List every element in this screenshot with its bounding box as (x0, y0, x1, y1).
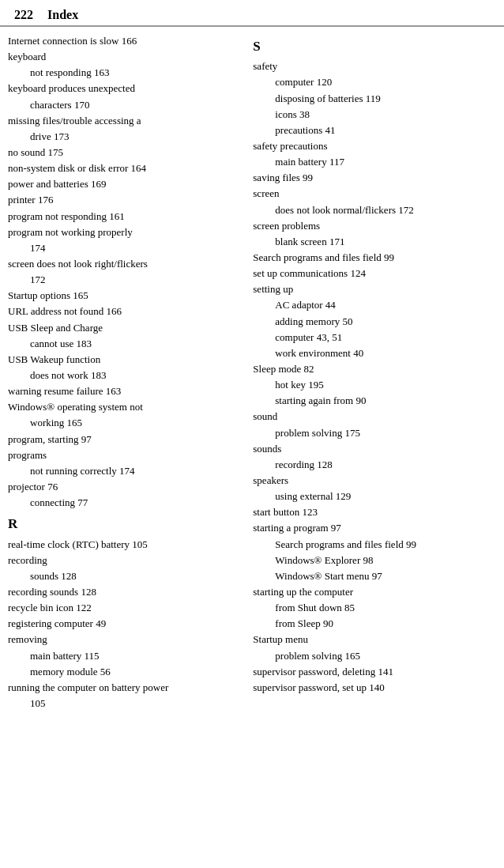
index-entry-sub: recording 128 (253, 457, 496, 473)
index-entry-sub: 172 (8, 272, 237, 288)
index-entry-sub: problem solving 165 (253, 648, 496, 664)
index-entry-main: Internet connection is slow 166 (8, 33, 237, 49)
index-entry-main: set up communications 124 (253, 266, 496, 281)
index-entry-main: saving files 99 (253, 170, 496, 186)
index-entry-main: screen (253, 186, 496, 202)
page-header: 222 Index (0, 0, 504, 27)
index-entry-sub: adding memory 50 (253, 314, 496, 330)
index-entry-main: Sleep mode 82 (253, 361, 496, 377)
index-entry-main: URL address not found 166 (8, 304, 237, 319)
index-entry-main: USB Wakeup function (8, 352, 237, 368)
index-entry-sub: blank screen 171 (253, 234, 496, 250)
index-entry-main: USB Sleep and Charge (8, 320, 237, 336)
index-entry-main: printer 176 (8, 192, 237, 208)
index-entry-sub: disposing of batteries 119 (253, 91, 496, 107)
section-heading: R (8, 514, 237, 534)
index-entry-sub: computer 120 (253, 74, 496, 90)
index-entry-main: no sound 175 (8, 145, 237, 160)
index-entry-main: supervisor password, deleting 141 (253, 664, 496, 680)
index-entry-main: keyboard (8, 49, 237, 65)
index-entry-sub: hot key 195 (253, 377, 496, 393)
index-entry-main: screen problems (253, 218, 496, 234)
index-entry-sub: not running correctly 174 (8, 463, 237, 479)
page: 222 Index Internet connection is slow 16… (0, 0, 504, 868)
index-entry-sub: from Sleep 90 (253, 616, 496, 632)
index-entry-sub: icons 38 (253, 107, 496, 123)
index-entry-sub: main battery 117 (253, 154, 496, 170)
index-entry-main: program not working properly (8, 225, 237, 240)
index-entry-main: registering computer 49 (8, 616, 237, 632)
index-entry-sub: work environment 40 (253, 345, 496, 361)
index-entry-main: warning resume failure 163 (8, 383, 237, 399)
index-entry-sub: Windows® Explorer 98 (253, 553, 496, 568)
index-entry-main: screen does not look right/flickers (8, 256, 237, 272)
index-entry-main: programs (8, 447, 237, 463)
index-entry-main: recycle bin icon 122 (8, 600, 237, 616)
index-entry-main: running the computer on battery power (8, 680, 237, 696)
content-area: Internet connection is slow 166keyboardn… (0, 33, 504, 719)
index-entry-main: Search programs and files field 99 (253, 250, 496, 266)
index-entry-main: Startup menu (253, 632, 496, 647)
index-entry-main: power and batteries 169 (8, 176, 237, 192)
index-entry-main: missing files/trouble accessing a (8, 113, 237, 129)
index-entry-main: recording sounds 128 (8, 584, 237, 600)
right-column: Ssafetycomputer 120disposing of batterie… (245, 33, 496, 711)
index-entry-sub: does not work 183 (8, 368, 237, 383)
index-entry-sub: Search programs and files field 99 (253, 537, 496, 553)
index-entry-sub: Windows® Start menu 97 (253, 568, 496, 584)
index-entry-sub: problem solving 175 (253, 425, 496, 441)
index-entry-main: Windows® operating system not (8, 399, 237, 415)
index-entry-main: program, starting 97 (8, 432, 237, 447)
index-entry-sub: does not look normal/flickers 172 (253, 202, 496, 218)
index-entry-main: removing (8, 632, 237, 647)
index-entry-sub: cannot use 183 (8, 336, 237, 352)
index-entry-sub: drive 173 (8, 129, 237, 145)
index-entry-main: safety precautions (253, 138, 496, 154)
index-entry-main: starting a program 97 (253, 520, 496, 536)
index-entry-main: starting up the computer (253, 584, 496, 600)
index-entry-main: start button 123 (253, 504, 496, 520)
index-entry-sub: not responding 163 (8, 65, 237, 81)
page-number: 222 (14, 8, 33, 22)
index-entry-sub: sounds 128 (8, 568, 237, 584)
left-column: Internet connection is slow 166keyboardn… (8, 33, 245, 711)
index-entry-sub: starting again from 90 (253, 393, 496, 409)
index-entry-main: sound (253, 409, 496, 425)
index-entry-main: non-system disk or disk error 164 (8, 160, 237, 176)
index-entry-main: real-time clock (RTC) battery 105 (8, 537, 237, 553)
index-entry-sub: precautions 41 (253, 123, 496, 138)
index-entry-main: program not responding 161 (8, 209, 237, 225)
page-title: Index (47, 8, 78, 22)
index-entry-main: speakers (253, 473, 496, 489)
index-entry-sub: from Shut down 85 (253, 600, 496, 616)
index-entry-sub: AC adaptor 44 (253, 297, 496, 313)
index-entry-sub: 174 (8, 240, 237, 256)
index-entry-sub: using external 129 (253, 489, 496, 504)
index-entry-sub: characters 170 (8, 97, 237, 113)
index-entry-sub: working 165 (8, 415, 237, 431)
index-entry-main: keyboard produces unexpected (8, 81, 237, 96)
index-entry-main: recording (8, 553, 237, 568)
section-heading: S (253, 36, 496, 57)
index-entry-main: sounds (253, 441, 496, 457)
index-entry-sub: memory module 56 (8, 664, 237, 680)
index-entry-sub: computer 43, 51 (253, 330, 496, 345)
index-entry-sub: connecting 77 (8, 495, 237, 511)
index-entry-sub: main battery 115 (8, 648, 237, 664)
index-entry-main: projector 76 (8, 479, 237, 495)
index-entry-main: supervisor password, set up 140 (253, 680, 496, 696)
index-entry-main: setting up (253, 281, 496, 297)
index-entry-main: safety (253, 58, 496, 74)
index-entry-main: Startup options 165 (8, 288, 237, 304)
index-entry-sub: 105 (8, 696, 237, 711)
